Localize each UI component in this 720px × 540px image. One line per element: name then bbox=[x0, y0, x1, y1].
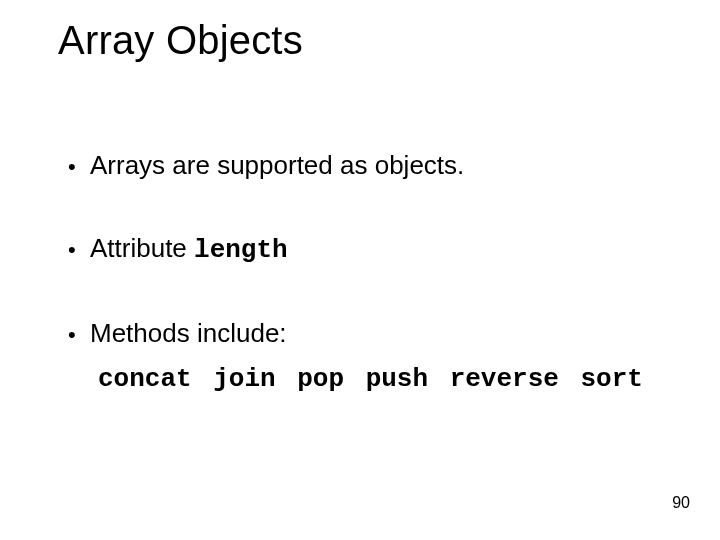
bullet-icon: • bbox=[68, 154, 90, 180]
bullet-text: Attribute length bbox=[90, 233, 288, 266]
bullet-text: Arrays are supported as objects. bbox=[90, 150, 464, 181]
methods-code-line: concat join pop push reverse sort bbox=[98, 364, 680, 394]
slide-body: • Arrays are supported as objects. • Att… bbox=[68, 150, 680, 394]
bullet-item: • Attribute length bbox=[68, 233, 680, 266]
slide-title: Array Objects bbox=[58, 18, 303, 63]
bullet-icon: • bbox=[68, 237, 90, 263]
bullet-icon: • bbox=[68, 322, 90, 348]
bullet-item: • Methods include: bbox=[68, 318, 680, 349]
bullet-text-prefix: Attribute bbox=[90, 233, 194, 263]
bullet-item: • Arrays are supported as objects. bbox=[68, 150, 680, 181]
page-number: 90 bbox=[672, 494, 690, 512]
slide: Array Objects • Arrays are supported as … bbox=[0, 0, 720, 540]
code-inline: length bbox=[194, 235, 288, 265]
bullet-text: Methods include: bbox=[90, 318, 287, 349]
